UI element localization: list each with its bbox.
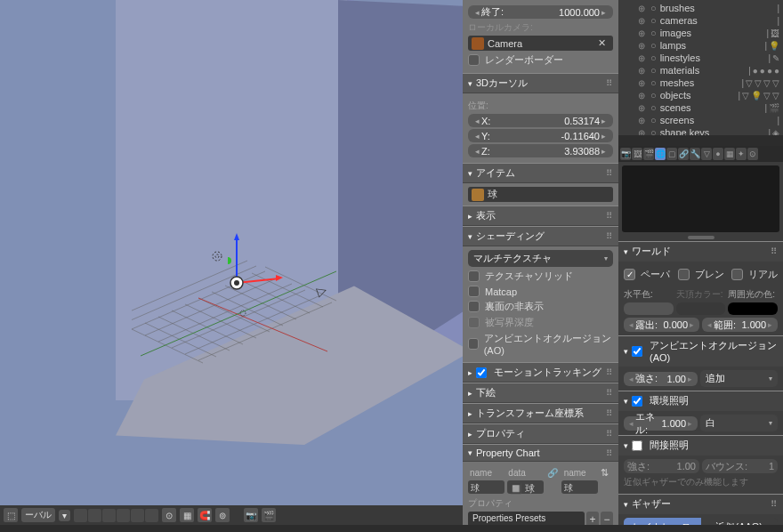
- render-icon[interactable]: 📷: [244, 508, 258, 522]
- svg-line-5: [198, 302, 332, 360]
- tab-render-layers[interactable]: 🖼: [632, 148, 642, 160]
- tab-particles[interactable]: ✦: [736, 148, 747, 160]
- outliner-item-shapekeys[interactable]: ⊕○shape keys|◈: [622, 126, 779, 135]
- panel-gather[interactable]: ギャザー⠿: [618, 494, 783, 514]
- world-preview[interactable]: [622, 165, 779, 232]
- tab-render[interactable]: 📷: [620, 148, 631, 160]
- shade-tex[interactable]: [117, 509, 130, 522]
- shade-solid[interactable]: [102, 509, 116, 522]
- cursor-y[interactable]: ◂Y:-0.11640▸: [468, 129, 613, 142]
- snap-icon[interactable]: 🧲: [198, 508, 212, 522]
- outliner-item-objects[interactable]: ⊕○objects|▽💡▽▽: [622, 89, 779, 101]
- tex-solid-check[interactable]: テクスチャソリッド: [468, 270, 613, 283]
- panel-item[interactable]: アイテム⠿: [463, 163, 618, 183]
- outliner-item-lamps[interactable]: ⊕○lamps|💡: [622, 39, 779, 52]
- env-color-select[interactable]: 白: [700, 415, 778, 431]
- real-sky-check[interactable]: リアル: [731, 268, 778, 281]
- camera-field[interactable]: Camera ✕: [468, 36, 613, 51]
- render-border-check[interactable]: レンダーボーダー: [468, 53, 613, 67]
- shading-mode-select[interactable]: マルチテクスチャ: [468, 250, 613, 267]
- dof-check: 被写界深度: [468, 316, 613, 329]
- viewport-3d[interactable]: ▷: [0, 0, 463, 505]
- chart-name2-field[interactable]: 球: [561, 480, 598, 494]
- outliner-item-brushes[interactable]: ⊕○brushes|: [622, 2, 779, 14]
- cursor-z[interactable]: ◂Z:3.93088▸: [468, 144, 613, 157]
- outliner-item-screens[interactable]: ⊕○screens|: [622, 114, 779, 126]
- chart-data-field[interactable]: 🔲 球: [507, 480, 544, 494]
- panel-motion-tracking[interactable]: モーショントラッキング⠿: [463, 362, 618, 383]
- horizon-label: 水平色:: [624, 288, 674, 301]
- horizon-color[interactable]: [624, 302, 674, 315]
- transform-gizmo[interactable]: [228, 230, 299, 301]
- property-label: プロパティ: [468, 497, 613, 510]
- pivot-icon[interactable]: ⊙: [162, 508, 176, 522]
- preview-resize-handle[interactable]: [688, 236, 714, 239]
- chart-name-field[interactable]: 球: [468, 480, 505, 494]
- ao-blend-select[interactable]: 追加: [700, 370, 778, 387]
- outliner-item-cameras[interactable]: ⊕○cameras|: [622, 14, 779, 27]
- item-name-field[interactable]: 球: [468, 187, 613, 202]
- tab-world[interactable]: 🌐: [655, 148, 666, 160]
- panel-properties[interactable]: プロパティ⠿: [463, 423, 618, 444]
- backface-check[interactable]: 裏面の非表示: [468, 300, 613, 313]
- end-frame-field[interactable]: ◂ 終了: 1000.000 ▸: [468, 5, 613, 19]
- exposure-field[interactable]: ◂露出:0.000▸: [624, 318, 699, 332]
- ao-factor-field[interactable]: ◂強さ:1.00▸: [624, 372, 698, 386]
- svg-marker-25: [234, 233, 239, 240]
- proportional-icon[interactable]: ⊚: [215, 508, 230, 522]
- ambient-color[interactable]: [728, 302, 778, 315]
- blend-sky-check[interactable]: ブレン: [678, 268, 724, 281]
- shade-render[interactable]: [145, 509, 158, 522]
- movie-icon[interactable]: 🎬: [262, 508, 276, 522]
- outliner-item-materials[interactable]: ⊕○materials|●●●●: [622, 64, 779, 77]
- panel-3d-cursor[interactable]: 3Dカーソル⠿: [463, 73, 618, 93]
- timeline-bar[interactable]: [0, 525, 783, 532]
- outliner[interactable]: ⊕○brushes| ⊕○cameras| ⊕○images|🖼 ⊕○lamps…: [618, 0, 783, 135]
- panel-indirect[interactable]: 間接照明: [618, 435, 783, 455]
- panel-world[interactable]: ワールド⠿: [618, 241, 783, 262]
- panel-ao[interactable]: アンビエントオクルージョン(AO): [618, 335, 783, 367]
- indirect-note: 近似ギャザーでのみ機能します: [624, 476, 778, 488]
- panel-grease-pencil[interactable]: 下絵⠿: [463, 383, 618, 403]
- range-field[interactable]: ◂範囲:1.000▸: [702, 318, 778, 332]
- decrement-icon[interactable]: ◂: [473, 8, 481, 17]
- increment-icon[interactable]: ▸: [600, 8, 608, 17]
- tab-object[interactable]: ▢: [666, 148, 677, 160]
- layers-icon[interactable]: ▦: [180, 508, 194, 522]
- shade-wire[interactable]: [88, 509, 101, 522]
- svg-point-29: [228, 257, 231, 264]
- mode-select[interactable]: ーバル: [21, 508, 55, 522]
- editor-type-icon[interactable]: ⬚: [4, 508, 18, 522]
- outliner-item-linestyles[interactable]: ⊕○linestyles|✎: [622, 52, 779, 64]
- panel-display[interactable]: 表示⠿: [463, 206, 618, 226]
- paper-sky-check[interactable]: ペーパ: [624, 268, 670, 281]
- prop-chart-sort[interactable]: ⇅: [601, 467, 613, 479]
- env-energy-field[interactable]: ◂エネル:1.000▸: [624, 416, 698, 431]
- tab-physics[interactable]: ⊙: [747, 148, 758, 160]
- outliner-item-meshes[interactable]: ⊕○meshes|▽▽▽▽: [622, 77, 779, 89]
- matcap-check[interactable]: Matcap: [468, 286, 613, 297]
- cursor-x[interactable]: ◂X:0.53174▸: [468, 114, 613, 127]
- ao-check[interactable]: アンビエントオクルージョン(AO): [468, 332, 613, 356]
- panel-env-lighting[interactable]: 環境照明: [618, 391, 783, 411]
- tab-data[interactable]: ▽: [701, 148, 712, 160]
- shading-buttons: [74, 509, 158, 522]
- tab-texture[interactable]: ▦: [724, 148, 735, 160]
- tab-modifiers[interactable]: 🔧: [690, 148, 700, 160]
- panel-transform-orient[interactable]: トランスフォーム座標系⠿: [463, 403, 618, 423]
- panel-shading[interactable]: シェーディング⠿: [463, 226, 618, 246]
- panel-property-chart[interactable]: Property Chart⠿: [463, 444, 618, 462]
- shade-mat[interactable]: [131, 509, 144, 522]
- outliner-item-scenes[interactable]: ⊕○scenes|🎬: [622, 101, 779, 114]
- tab-scene[interactable]: 🎬: [643, 148, 654, 160]
- svg-point-23: [215, 254, 219, 258]
- position-label: 位置:: [468, 100, 613, 112]
- tab-constraints[interactable]: 🔗: [678, 148, 689, 160]
- svg-line-19: [198, 298, 327, 351]
- lamp-icon: [210, 249, 224, 263]
- orientation-select[interactable]: ▾: [59, 510, 70, 521]
- tab-material[interactable]: ●: [713, 148, 723, 160]
- clear-icon[interactable]: ✕: [594, 37, 609, 49]
- shade-bbox[interactable]: [74, 509, 87, 522]
- outliner-item-images[interactable]: ⊕○images|🖼: [622, 27, 779, 39]
